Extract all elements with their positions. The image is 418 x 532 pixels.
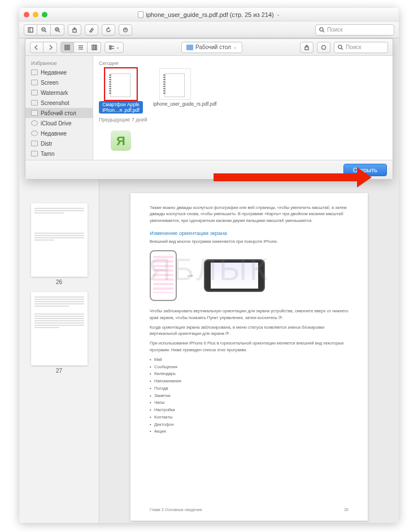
list-item: Настройки xyxy=(150,407,349,414)
cloud-icon xyxy=(31,120,38,126)
share-button[interactable] xyxy=(68,24,81,36)
list-item: Погода xyxy=(150,385,349,393)
list-item: Сообщения xyxy=(150,364,349,371)
zoom-icon[interactable] xyxy=(42,12,47,18)
page-thumbnail[interactable] xyxy=(31,292,88,365)
list-item: Диктофон xyxy=(150,421,349,429)
window-title: iphone_user_guide_rs.pdf.pdf (стр. 25 из… xyxy=(19,11,399,18)
list-item: Календарь xyxy=(150,370,349,378)
svg-rect-24 xyxy=(110,46,111,47)
folder-icon xyxy=(31,100,38,106)
dialog-search-placeholder: Поиск xyxy=(346,44,362,50)
file-label: Смартфон Apple iPhon…я .pdf.pdf xyxy=(99,101,143,114)
forward-button[interactable] xyxy=(43,42,57,53)
file-item[interactable]: iphone_user_guide_rs.pdf.pdf xyxy=(153,68,197,114)
zoom-in-button[interactable] xyxy=(51,24,64,36)
close-icon[interactable] xyxy=(24,12,29,18)
share-button[interactable] xyxy=(300,42,314,53)
pdf-file-icon xyxy=(159,68,191,100)
dialog-sidebar: Избранное Недавние Screen Watermark Scre… xyxy=(25,56,93,160)
list-item: Акции xyxy=(150,428,349,435)
page-footer: Глава 3 Основные сведения 25 xyxy=(150,507,349,513)
file-browser[interactable]: Сегодня Смартфон Apple iPhon…я .pdf.pdf … xyxy=(93,56,393,160)
drive-icon xyxy=(31,69,38,75)
sidebar-item-tamn[interactable]: Tamn xyxy=(25,149,93,159)
titlebar: iphone_user_guide_rs.pdf.pdf (стр. 25 из… xyxy=(19,8,399,21)
sidebar-item-recents[interactable]: Недавние xyxy=(25,67,93,77)
svg-point-30 xyxy=(322,45,326,49)
folder-icon xyxy=(31,110,38,116)
chapter-label: Глава 3 Основные сведения xyxy=(150,507,202,513)
zoom-out-button[interactable] xyxy=(37,24,51,36)
annotation-arrow xyxy=(214,169,372,185)
section-prev7: Предыдущие 7 дней xyxy=(99,117,387,123)
markup-button[interactable] xyxy=(119,24,132,36)
window-title-text: iphone_user_guide_rs.pdf.pdf (стр. 25 из… xyxy=(146,11,274,18)
svg-rect-17 xyxy=(68,48,69,50)
search-icon xyxy=(338,45,343,50)
folder-icon xyxy=(31,80,38,85)
svg-rect-25 xyxy=(110,48,111,49)
thumbnail-label: 27 xyxy=(19,368,99,374)
highlight-button[interactable] xyxy=(85,24,98,36)
file-item-selected[interactable]: Смартфон Apple iPhon…я .pdf.pdf xyxy=(99,68,143,114)
svg-line-6 xyxy=(58,30,60,32)
phone-landscape-icon xyxy=(204,259,265,292)
folder-icon xyxy=(31,141,38,146)
list-item: Часы xyxy=(150,399,349,407)
body-text: Когда ориентация экрана заблокирована, в… xyxy=(150,324,349,337)
sidebar-item-icloud[interactable]: iCloud Drive xyxy=(25,118,93,128)
section-today: Сегодня xyxy=(99,60,387,66)
pdf-file-icon xyxy=(105,68,137,100)
sidebar-item-distr[interactable]: Distr xyxy=(25,138,93,149)
svg-rect-14 xyxy=(65,45,67,47)
page-number: 25 xyxy=(344,507,349,513)
sidebar-item-screenshot[interactable]: Screenshot xyxy=(25,98,93,108)
bullet-list: Mail Сообщения Календарь Напоминания Пог… xyxy=(150,356,349,435)
arrow-right-icon: → xyxy=(186,269,195,282)
column-view-button[interactable] xyxy=(88,42,101,53)
back-button[interactable] xyxy=(30,42,43,53)
body-text: Также можно дважды коснуться фотографии … xyxy=(150,204,349,224)
svg-line-13 xyxy=(323,30,324,32)
sidebar-toggle-button[interactable] xyxy=(24,24,37,36)
orientation-illustration: → xyxy=(150,250,349,301)
dialog-search[interactable]: Поиск xyxy=(334,42,388,53)
list-view-button[interactable] xyxy=(74,42,88,53)
sidebar-item-desktop[interactable]: Рабочий стол xyxy=(25,108,93,118)
svg-rect-21 xyxy=(92,45,94,50)
body-text: При использовании iPhone 6 Plus в горизо… xyxy=(150,340,349,353)
sidebar-item-watermark[interactable]: Watermark xyxy=(25,88,93,98)
svg-rect-22 xyxy=(94,45,95,50)
minimize-icon[interactable] xyxy=(33,12,38,18)
group-button[interactable]: ⌄ xyxy=(104,42,124,53)
open-file-dialog: ⌄ Рабочий стол ⌄ Поиск Избранное Недавни… xyxy=(25,38,393,180)
folder-icon xyxy=(31,90,38,95)
sidebar-heading: Избранное xyxy=(25,58,93,67)
chevron-down-icon[interactable]: ⌄ xyxy=(276,12,280,17)
rotate-button[interactable] xyxy=(102,24,115,36)
section-heading: Изменение ориентации экрана xyxy=(150,229,349,237)
sidebar-item-recents-2[interactable]: Недавние xyxy=(25,128,93,138)
location-popup[interactable]: Рабочий стол ⌄ xyxy=(181,42,242,53)
list-item: Заметки xyxy=(150,393,349,400)
svg-rect-23 xyxy=(95,45,97,50)
svg-rect-0 xyxy=(28,28,33,32)
page-thumbnail[interactable] xyxy=(31,203,88,277)
list-item: Напоминания xyxy=(150,378,349,385)
folder-icon xyxy=(31,151,38,156)
file-item-app[interactable] xyxy=(99,125,143,158)
tag-button[interactable] xyxy=(317,42,330,53)
body-text: Чтобы заблокировать вертикальную ориента… xyxy=(150,308,349,321)
app-icon xyxy=(105,125,137,156)
phone-portrait-icon xyxy=(150,250,177,301)
icon-view-button[interactable] xyxy=(60,42,74,53)
sidebar-item-screen[interactable]: Screen xyxy=(25,77,93,88)
clock-icon xyxy=(31,130,38,136)
pdf-page: Также можно дважды коснуться фотографии … xyxy=(130,193,368,521)
svg-point-31 xyxy=(338,45,342,49)
toolbar-search[interactable]: Поиск xyxy=(315,24,394,36)
toolbar-search-placeholder: Поиск xyxy=(327,27,343,33)
search-icon xyxy=(319,27,325,33)
svg-line-32 xyxy=(341,48,343,50)
